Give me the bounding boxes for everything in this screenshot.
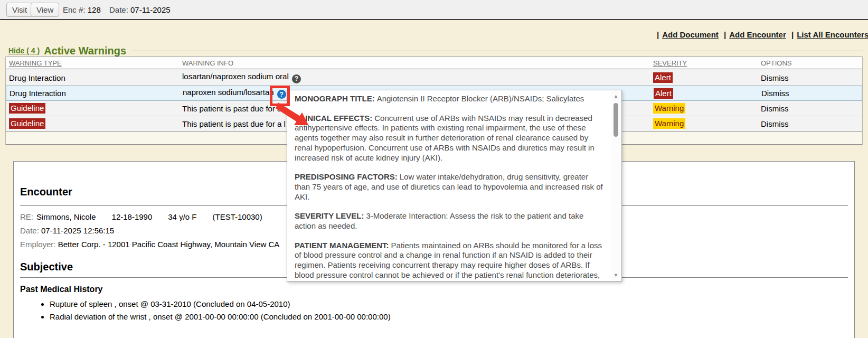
active-warnings-header: Hide ( 4 ) Active Warnings xyxy=(5,45,863,57)
scroll-down-icon[interactable]: ▼ xyxy=(611,272,620,278)
enc-date: Date: 07-11-2025 xyxy=(109,5,171,14)
severity-badge-alert: Alert xyxy=(653,72,673,83)
warning-type-column-header[interactable]: WARNING TYPE xyxy=(6,59,179,67)
monograph-title-section: MONOGRAPH TITLE:Angiotensin II Receptor … xyxy=(295,94,603,104)
warning-info: losartan/naproxen sodium oral? xyxy=(179,72,650,83)
warnings-table-header: WARNING TYPE WARNING INFO SEVERITY OPTIO… xyxy=(6,57,862,70)
view-button[interactable]: View xyxy=(31,3,59,17)
dismiss-warning-link[interactable]: Dismiss xyxy=(758,119,862,128)
severity-level-section: SEVERITY LEVEL:3-Moderate Interaction: A… xyxy=(295,211,603,231)
warning-info-column-header: WARNING INFO xyxy=(179,59,650,67)
tooltip-scrollbar[interactable]: ▲ ▼ xyxy=(611,91,620,280)
employer-label: Employer: xyxy=(20,240,56,249)
encounter-screen: Visit View Enc #: 128 Date: 07-11-2025 |… xyxy=(0,0,868,338)
title-rule xyxy=(131,51,863,51)
patient-age-sex: 34 y/o F xyxy=(168,212,196,221)
encounter-action-links: |Add Document |Add Encounter |List All E… xyxy=(654,30,868,39)
past-medical-history-list: Rupture of spleen , onset @ 03-31-2010 (… xyxy=(50,298,848,323)
encounter-toolbar: Visit View Enc #: 128 Date: 07-11-2025 xyxy=(0,0,868,20)
employer-value: Better Corp. - 12001 Pacific Coast Highw… xyxy=(58,240,280,249)
enc-date-value: 07-11-2025 xyxy=(130,5,171,14)
enc-number: Enc #: 128 xyxy=(63,5,101,14)
list-all-encounters-link[interactable]: List All Encounters xyxy=(797,30,868,39)
scrollbar-thumb[interactable] xyxy=(614,103,618,137)
pmh-item: Radial deviation of the wrist , onset @ … xyxy=(50,311,848,323)
severity-badge-warning: Warning xyxy=(653,103,685,114)
guideline-badge: Guideline xyxy=(9,103,45,114)
add-encounter-link[interactable]: Add Encounter xyxy=(729,30,786,39)
clinical-effects-section: CLINICAL EFFECTS:Concurrent use of ARBs … xyxy=(295,114,603,163)
patient-dob: 12-18-1990 xyxy=(112,212,153,221)
monograph-help-icon[interactable]: ? xyxy=(292,74,301,83)
guideline-badge: Guideline xyxy=(9,118,45,129)
severity-column-header[interactable]: SEVERITY xyxy=(650,59,758,67)
drug-monograph-tooltip: MONOGRAPH TITLE:Angiotensin II Receptor … xyxy=(287,90,622,281)
patient-id: (TEST-10030) xyxy=(212,212,262,221)
past-medical-history-title: Past Medical History xyxy=(20,285,848,294)
hide-warnings-link[interactable]: Hide ( 4 ) xyxy=(8,46,40,55)
link-separator: | xyxy=(724,30,726,39)
add-document-link[interactable]: Add Document xyxy=(662,30,719,39)
dismiss-warning-link[interactable]: Dismiss xyxy=(758,89,862,98)
enc-date-label: Date: xyxy=(109,5,128,14)
scroll-up-icon[interactable]: ▲ xyxy=(611,93,620,99)
warning-type: Drug Interaction xyxy=(6,73,179,82)
severity-badge-alert: Alert xyxy=(654,88,673,99)
encounter-datetime: 07-11-2025 12:56:15 xyxy=(41,226,114,235)
options-column-header: OPTIONS xyxy=(758,59,862,67)
dismiss-warning-link[interactable]: Dismiss xyxy=(758,104,862,113)
patient-name: Simmons, Nicole xyxy=(36,212,96,221)
enc-number-label: Enc #: xyxy=(63,5,86,14)
dismiss-warning-link[interactable]: Dismiss xyxy=(758,73,862,82)
patient-management-section: PATIENT MANAGEMENT:Patients maintained o… xyxy=(295,241,603,281)
warning-type: Drug Interaction xyxy=(6,89,180,98)
link-separator: | xyxy=(791,30,794,39)
pmh-item: Rupture of spleen , onset @ 03-31-2010 (… xyxy=(50,298,848,311)
enc-number-value: 128 xyxy=(88,5,101,14)
active-warnings-title: Active Warnings xyxy=(44,45,126,57)
annotation-arrow-icon xyxy=(276,102,309,126)
link-separator: | xyxy=(657,30,659,39)
warning-row-drug-interaction-1: Drug Interaction losartan/naproxen sodiu… xyxy=(6,70,862,86)
re-label: RE: xyxy=(20,212,33,221)
predisposing-factors-section: PREDISPOSING FACTORS:Low water intake/de… xyxy=(295,172,603,202)
severity-badge-warning: Warning xyxy=(653,118,685,129)
visit-button[interactable]: Visit xyxy=(6,3,33,17)
date-label: Date: xyxy=(20,226,39,235)
